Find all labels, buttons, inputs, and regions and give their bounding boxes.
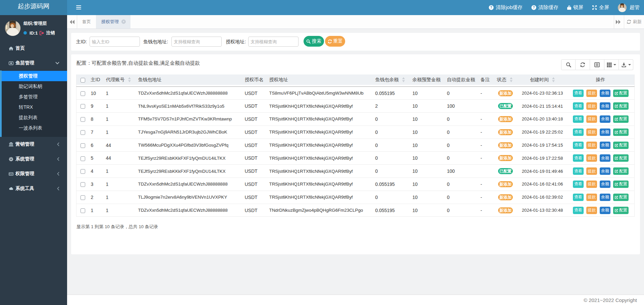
svg-text:?: ? bbox=[490, 6, 492, 9]
svg-text:?: ? bbox=[533, 6, 535, 9]
